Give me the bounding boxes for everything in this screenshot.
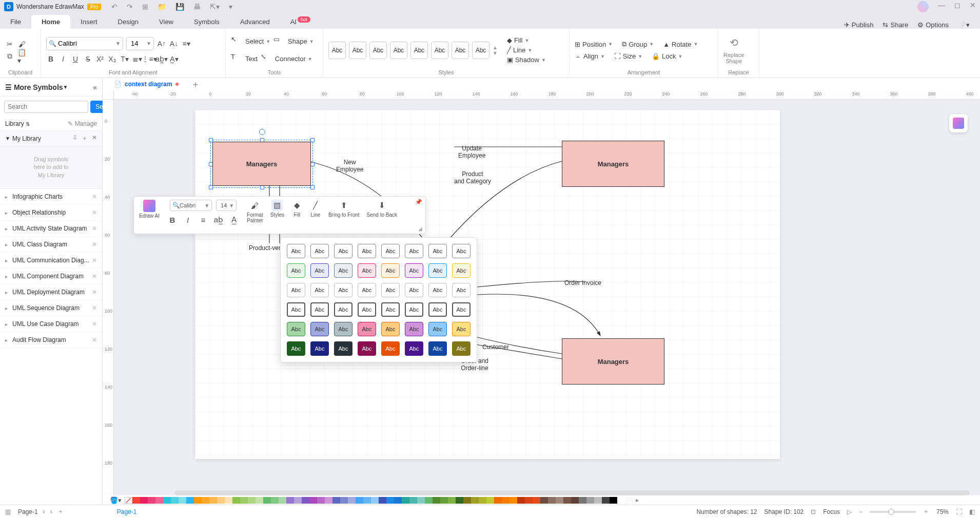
redo-icon[interactable]: ↷ — [127, 3, 133, 11]
color-swatch[interactable] — [317, 497, 325, 504]
style-swatch[interactable]: Abc — [428, 244, 447, 258]
styles-scroll-up-icon[interactable]: ▲ — [493, 45, 498, 50]
edraw-ai-icon[interactable] — [143, 200, 155, 212]
color-swatch[interactable] — [548, 497, 556, 504]
share-button[interactable]: ⇆ Share — [883, 21, 908, 29]
color-swatch[interactable] — [440, 497, 448, 504]
color-swatch[interactable] — [202, 497, 209, 504]
format-painter-icon[interactable]: 🖌 — [249, 200, 261, 211]
style-swatch[interactable]: Abc — [334, 302, 352, 317]
style-swatch[interactable]: Abc — [358, 263, 376, 278]
tab-design[interactable]: Design — [108, 15, 149, 29]
color-swatch[interactable] — [433, 497, 440, 504]
color-swatch[interactable] — [386, 497, 394, 504]
color-swatch[interactable] — [479, 497, 486, 504]
color-swatch[interactable] — [463, 497, 471, 504]
color-swatch[interactable] — [409, 497, 417, 504]
style-preset[interactable]: Abc — [349, 42, 366, 59]
page-next-icon[interactable]: › — [50, 508, 52, 515]
symbol-category[interactable]: ▸UML Communication Diag...✕ — [0, 253, 102, 268]
style-swatch[interactable]: Abc — [405, 302, 423, 317]
color-swatch[interactable] — [571, 497, 579, 504]
close-category-icon[interactable]: ✕ — [92, 273, 97, 280]
color-swatch[interactable] — [225, 497, 232, 504]
zoom-out-icon[interactable]: − — [859, 508, 863, 515]
color-swatch[interactable] — [525, 497, 533, 504]
style-preset[interactable]: Abc — [328, 42, 346, 59]
color-swatch[interactable] — [163, 497, 171, 504]
add-lib-icon[interactable]: ＋ — [82, 134, 88, 143]
style-swatch[interactable]: Abc — [381, 322, 400, 336]
copy-icon[interactable]: ⧉ — [5, 52, 14, 61]
color-swatch[interactable] — [379, 497, 386, 504]
color-swatch[interactable] — [294, 497, 302, 504]
style-swatch[interactable]: Abc — [287, 302, 305, 317]
underline-icon[interactable]: U — [71, 54, 80, 64]
style-swatch[interactable]: Abc — [287, 322, 305, 336]
open-icon[interactable]: 📁 — [158, 3, 166, 11]
color-swatch[interactable] — [556, 497, 563, 504]
cut-icon[interactable]: ✂ — [5, 40, 14, 49]
select-tool[interactable]: ↖Select▼ — [231, 35, 270, 48]
color-swatch[interactable] — [625, 497, 633, 504]
style-swatch[interactable]: Abc — [381, 263, 400, 278]
style-swatch[interactable]: Abc — [381, 244, 400, 258]
add-page-icon[interactable]: ＋ — [57, 507, 64, 516]
color-swatch[interactable] — [279, 497, 286, 504]
color-swatch[interactable] — [563, 497, 571, 504]
style-swatch[interactable]: Abc — [405, 263, 423, 278]
style-swatch[interactable]: Abc — [358, 322, 376, 336]
import-lib-icon[interactable]: ⇩ — [72, 134, 77, 143]
color-swatch[interactable] — [610, 497, 617, 504]
color-swatch[interactable] — [417, 497, 425, 504]
color-swatch[interactable] — [286, 497, 294, 504]
color-swatch[interactable] — [356, 497, 363, 504]
symbol-category[interactable]: ▸UML Sequence Diagram✕ — [0, 300, 102, 316]
color-swatch[interactable] — [456, 497, 463, 504]
color-swatch[interactable] — [309, 497, 317, 504]
manage-library-button[interactable]: ✎ Manage — [68, 120, 97, 127]
tab-ai[interactable]: AIhot — [280, 15, 321, 29]
color-swatch[interactable] — [132, 497, 140, 504]
symbol-category[interactable]: ▸UML Class Diagram✕ — [0, 237, 102, 253]
color-swatch[interactable] — [148, 497, 155, 504]
color-swatch[interactable] — [271, 497, 279, 504]
zoom-in-icon[interactable]: ＋ — [923, 507, 929, 516]
shape-tool[interactable]: ▭Shape▼ — [273, 35, 314, 48]
close-category-icon[interactable]: ✕ — [92, 241, 97, 248]
size-dropdown[interactable]: ⛶ Size▼ — [614, 52, 642, 60]
color-swatch[interactable] — [371, 497, 379, 504]
mylibrary-label[interactable]: My Library — [12, 135, 41, 142]
styles-icon[interactable]: ▧ — [271, 200, 283, 211]
color-swatch[interactable] — [533, 497, 540, 504]
minimize-icon[interactable]: — — [938, 1, 945, 12]
paste-icon[interactable]: 📋▾ — [17, 52, 27, 61]
shrink-font-icon[interactable]: A↓ — [169, 39, 179, 48]
panel-toggle-icon[interactable]: ◧ — [969, 508, 975, 515]
fit-page-icon[interactable]: ⛶ — [956, 508, 962, 515]
color-swatch[interactable] — [155, 497, 163, 504]
style-swatch[interactable]: Abc — [428, 322, 447, 336]
ai-assistant-button[interactable] — [949, 114, 968, 132]
zoom-slider[interactable] — [870, 511, 916, 513]
send-back-icon[interactable]: ⬇ — [376, 200, 387, 211]
tab-file[interactable]: File — [0, 15, 31, 29]
label-new-employee[interactable]: New Employee — [336, 159, 363, 174]
close-category-icon[interactable]: ✕ — [92, 289, 97, 296]
tab-advanced[interactable]: Advanced — [230, 15, 280, 29]
symbol-category[interactable]: ▸Infographic Charts✕ — [0, 189, 102, 205]
canvas[interactable]: -40-200204060801001201401601802002202402… — [103, 90, 980, 505]
color-swatch[interactable] — [448, 497, 456, 504]
box-managers-tr[interactable]: Managers — [562, 141, 664, 187]
connector-tool[interactable]: ⤡Connector▼ — [261, 53, 312, 65]
color-swatch[interactable] — [194, 497, 202, 504]
mylibrary-dropzone[interactable]: Drag symbols here to add to My Library — [0, 146, 102, 189]
close-lib-icon[interactable]: ✕ — [92, 134, 97, 143]
bring-front-icon[interactable]: ⬆ — [338, 200, 349, 211]
color-swatch[interactable] — [179, 497, 186, 504]
tab-symbols[interactable]: Symbols — [184, 15, 230, 29]
color-swatch[interactable] — [579, 497, 586, 504]
style-swatch[interactable]: Abc — [452, 302, 471, 317]
more-qat-icon[interactable]: ▾ — [229, 3, 232, 11]
font-select[interactable]: 🔍Calibri▼ — [46, 37, 123, 50]
